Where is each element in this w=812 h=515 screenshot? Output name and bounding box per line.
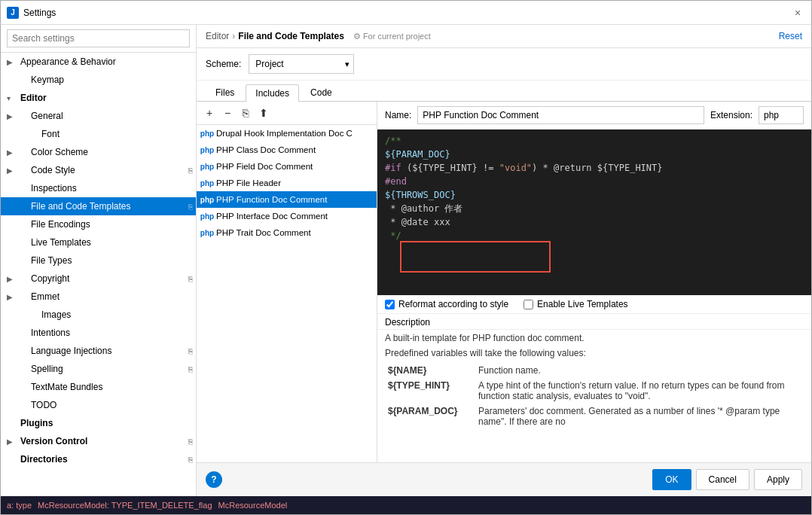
sidebar-item-spelling[interactable]: Spelling ⎘ (1, 360, 196, 378)
search-box (1, 25, 196, 53)
desc-var-row: ${NAME} Function name. (385, 363, 804, 378)
reformat-checkbox[interactable] (385, 300, 395, 309)
sidebar-item-label: Copyright (17, 273, 188, 284)
scheme-select[interactable]: Default Project (249, 54, 354, 74)
sidebar-item-copyright[interactable]: ▶ Copyright ⎘ (1, 270, 196, 288)
copy-icon: ⎘ (188, 437, 193, 446)
desc-intro1: A built-in template for PHP function doc… (385, 333, 804, 343)
tabs-row: Files Includes Code (197, 81, 811, 102)
add-template-button[interactable]: + (201, 105, 218, 121)
sidebar-item-todo[interactable]: TODO (1, 396, 196, 414)
var-desc: Function name. (475, 363, 804, 378)
settings-window: J Settings × ▶ Appearance & Behavior Key… (0, 0, 812, 515)
list-item[interactable]: php PHP Class Doc Comment (197, 142, 377, 158)
main-content: ▶ Appearance & Behavior Keymap ▾ Editor … (1, 25, 811, 496)
code-panel: Name: Extension: /** ${PARAM_DOC} #if ($… (377, 102, 811, 462)
copy-template-button[interactable]: ⎘ (237, 105, 254, 121)
desc-variables-table: ${NAME} Function name. ${TYPE_HINT} A ty… (385, 363, 804, 429)
ext-label: Extension: (710, 110, 752, 120)
sidebar-item-label: TextMate Bundles (17, 382, 102, 392)
list-item[interactable]: php PHP File Header (197, 175, 377, 191)
sidebar-item-font[interactable]: Font (1, 125, 196, 143)
name-input[interactable] (417, 106, 704, 124)
code-line: * @author 作者 (385, 203, 462, 214)
chevron-right-icon: ▶ (7, 437, 17, 446)
tab-files[interactable]: Files (206, 84, 244, 101)
list-item[interactable]: php PHP Field Doc Comment (197, 158, 377, 175)
tab-includes[interactable]: Includes (246, 84, 299, 102)
chevron-right-icon: ▶ (7, 112, 17, 120)
list-item-selected[interactable]: php PHP Function Doc Comment (197, 191, 377, 208)
var-name: ${PARAM_DOC} (385, 404, 475, 429)
sidebar-item-keymap[interactable]: Keymap (1, 71, 196, 89)
sidebar-item-label: Emmet (17, 291, 60, 302)
copy-icon: ⎘ (188, 347, 193, 355)
copy-icon: ⎘ (188, 275, 193, 283)
var-name: ${NAME} (385, 363, 475, 378)
copy-icon: ⎘ (188, 166, 193, 175)
taskbar-item: McResourceModel (218, 501, 288, 510)
scheme-select-wrap: Default Project (249, 54, 354, 74)
help-button[interactable]: ? (206, 471, 222, 488)
template-item-label: PHP Class Doc Comment (216, 145, 316, 154)
tab-code[interactable]: Code (301, 84, 342, 101)
desc-intro2: Predefined variables will take the follo… (385, 348, 804, 358)
apply-button[interactable]: Apply (754, 469, 802, 490)
taskbar: a: type McResourceModel: TYPE_ITEM_DELET… (1, 496, 811, 514)
code-line: ${PARAM_DOC} (385, 149, 450, 160)
sidebar-item-live-templates[interactable]: Live Templates (1, 233, 196, 251)
cancel-button[interactable]: Cancel (696, 469, 749, 490)
search-input[interactable] (7, 29, 190, 47)
php-file-icon: php (201, 161, 213, 172)
sidebar-item-label: Spelling (17, 364, 188, 374)
sidebar-item-images[interactable]: Images (1, 306, 196, 324)
remove-template-button[interactable]: − (219, 105, 236, 121)
sidebar-item-textmate[interactable]: TextMate Bundles (1, 378, 196, 396)
template-item-label: PHP File Header (216, 178, 281, 187)
sidebar-item-file-types[interactable]: File Types (1, 251, 196, 270)
sidebar-item-label: Directories (17, 454, 188, 465)
sidebar-item-general[interactable]: ▶ General (1, 107, 196, 125)
reformat-option[interactable]: Reformat according to style (385, 299, 508, 309)
sidebar-item-plugins[interactable]: Plugins (1, 414, 196, 432)
sidebar-item-inspections[interactable]: Inspections (1, 179, 196, 197)
list-item[interactable]: php PHP Trait Doc Comment (197, 224, 377, 241)
code-line: */ (385, 230, 401, 241)
chevron-right-icon: ▶ (7, 148, 17, 157)
sidebar-item-code-style[interactable]: ▶ Code Style ⎘ (1, 161, 196, 179)
list-item[interactable]: php PHP Interface Doc Comment (197, 208, 377, 224)
sidebar-item-lang-injections[interactable]: Language Injections ⎘ (1, 342, 196, 360)
sidebar-item-appearance[interactable]: ▶ Appearance & Behavior (1, 53, 196, 71)
ext-input[interactable] (759, 106, 804, 124)
sidebar-item-label: Language Injections (17, 346, 188, 356)
sidebar-item-file-encodings[interactable]: File Encodings (1, 215, 196, 233)
sidebar-item-color-scheme[interactable]: ▶ Color Scheme (1, 143, 196, 161)
live-templates-checkbox[interactable] (524, 300, 533, 309)
copy-icon: ⎘ (188, 365, 193, 373)
export-template-button[interactable]: ⬆ (255, 105, 272, 121)
template-item-label: PHP Interface Doc Comment (216, 212, 328, 221)
sidebar-item-intentions[interactable]: Intentions (1, 324, 196, 342)
live-templates-option[interactable]: Enable Live Templates (524, 299, 628, 309)
sidebar-item-label: Color Scheme (17, 147, 88, 157)
sidebar-item-label: Inspections (17, 183, 77, 194)
var-name: ${TYPE_HINT} (385, 378, 475, 404)
sidebar-item-editor[interactable]: ▾ Editor (1, 89, 196, 107)
list-item[interactable]: php Drupal Hook Implementation Doc C (197, 125, 377, 142)
code-editor[interactable]: /** ${PARAM_DOC} #if (${TYPE_HINT} != "v… (377, 130, 811, 295)
sidebar-item-emmet[interactable]: ▶ Emmet (1, 288, 196, 306)
chevron-right-icon: ▶ (7, 58, 17, 66)
sidebar-item-label: Editor (17, 93, 47, 103)
php-file-icon: php (201, 194, 213, 205)
sidebar-item-label: Images (17, 309, 71, 320)
sidebar-item-file-templates[interactable]: File and Code Templates ⎘ (1, 197, 196, 215)
list-toolbar: + − ⎘ ⬆ (197, 102, 377, 125)
sidebar-item-version-control[interactable]: ▶ Version Control ⎘ (1, 432, 196, 450)
reset-button[interactable]: Reset (779, 31, 802, 41)
breadcrumb-current: File and Code Templates (238, 31, 343, 41)
sidebar-item-directories[interactable]: Directories ⎘ (1, 450, 196, 468)
scheme-row: Scheme: Default Project (197, 48, 811, 81)
sidebar-item-label: Code Style (17, 165, 188, 175)
ok-button[interactable]: OK (652, 469, 691, 490)
close-button[interactable]: × (790, 5, 805, 20)
